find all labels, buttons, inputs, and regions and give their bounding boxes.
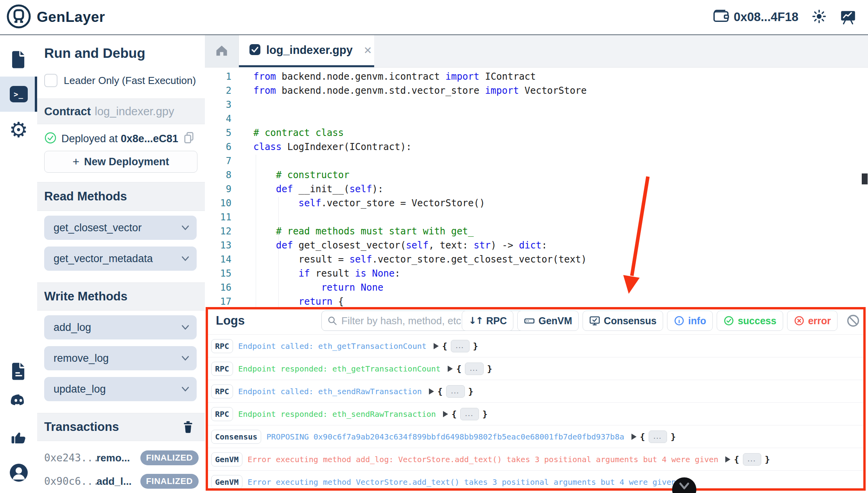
collapsed-json-chip[interactable]: ...: [451, 340, 470, 352]
clear-transactions-button[interactable]: [182, 420, 194, 434]
brace-open: {: [640, 432, 645, 441]
log-source-badge: GenVM: [211, 475, 242, 489]
account-button[interactable]: [0, 463, 37, 484]
log-row[interactable]: ConsensusPROPOSING 0x90c6f7a9ab2043c634f…: [206, 425, 866, 448]
status-board-icon[interactable]: [840, 8, 856, 26]
log-message: Endpoint called: eth_getTransactionCount: [238, 341, 427, 351]
theme-toggle-sun-icon[interactable]: [812, 9, 827, 25]
editor-tab-bar: log_indexer.gpy ✕: [205, 35, 868, 68]
block-logs-icon[interactable]: [846, 314, 860, 328]
collapsed-json-chip[interactable]: ...: [465, 363, 484, 375]
feedback-button[interactable]: [0, 429, 37, 448]
log-source-badge: RPC: [211, 407, 233, 421]
log-source-badge: RPC: [211, 384, 233, 398]
brace-close: }: [482, 409, 488, 419]
log-source-badge: Consensus: [211, 430, 261, 444]
line-number: 14: [205, 252, 231, 266]
home-tab[interactable]: [205, 35, 239, 67]
line-number: 8: [205, 168, 231, 182]
leader-only-checkbox-row[interactable]: Leader Only (Fast Execution): [44, 73, 196, 88]
method-dropdown-remove_log[interactable]: remove_log: [44, 346, 197, 370]
file-icon: [11, 50, 27, 70]
brace-close: }: [765, 454, 770, 464]
discord-button[interactable]: [0, 393, 37, 409]
brace-close: }: [671, 432, 676, 441]
log-source-badge: GenVM: [211, 452, 242, 466]
document-text-icon: [11, 362, 27, 382]
contract-section-header: Contract log_indexer.gpy: [37, 98, 205, 124]
code-line: ​: [253, 112, 587, 126]
log-expand-control[interactable]: {...}: [725, 453, 770, 466]
log-source-badge: RPC: [211, 362, 233, 376]
copy-icon[interactable]: [183, 131, 195, 146]
log-row[interactable]: RPCEndpoint responded: eth_sendRawTransa…: [206, 402, 866, 425]
tab-close-icon[interactable]: ✕: [364, 45, 372, 56]
method-dropdown-update_log[interactable]: update_log: [44, 377, 197, 401]
log-row[interactable]: GenVMError executing method VectorStore.…: [206, 470, 866, 491]
line-number: 1: [205, 70, 231, 84]
log-expand-control[interactable]: {...}: [429, 385, 473, 398]
log-filter-buttons: ↓↑RPCGenVMConsensusinfosuccesserror: [462, 311, 860, 331]
transaction-row[interactable]: 0xe243...remo...FINALIZED: [37, 446, 205, 470]
log-expand-control[interactable]: {...}: [434, 340, 478, 352]
filter-rpc-button[interactable]: ↓↑RPC: [462, 311, 513, 331]
new-deployment-button[interactable]: + New Deployment: [44, 151, 197, 173]
expand-triangle-icon: [434, 343, 439, 349]
filter-label: info: [688, 315, 706, 327]
code-line: from backend.node.genvm.std.vector_store…: [253, 84, 587, 98]
line-number: 13: [205, 238, 231, 252]
code-line: return None: [253, 280, 587, 295]
log-row[interactable]: RPCEndpoint called: eth_getTransactionCo…: [206, 335, 866, 357]
code-line: return {: [253, 295, 587, 309]
method-label: update_log: [54, 383, 106, 395]
docs-nav-button[interactable]: [0, 362, 37, 382]
log-expand-control[interactable]: {...}: [631, 430, 676, 443]
method-dropdown-get_closest_vector[interactable]: get_closest_vector: [44, 216, 197, 240]
log-row[interactable]: GenVMError executing method add_log: Vec…: [206, 448, 866, 470]
monitor-check-icon: [589, 315, 600, 326]
filter-consensus-button[interactable]: Consensus: [583, 311, 663, 331]
method-dropdown-add_log[interactable]: add_log: [44, 315, 197, 339]
brace-close: }: [487, 364, 492, 373]
transaction-row[interactable]: 0x90c6...add_l...FINALIZED: [37, 470, 205, 493]
method-dropdown-get_vector_metadata[interactable]: get_vector_metadata: [44, 246, 197, 271]
log-row[interactable]: RPCEndpoint called: eth_sendRawTransacti…: [206, 380, 866, 402]
log-row[interactable]: RPCEndpoint responded: eth_getTransactio…: [206, 357, 866, 380]
filter-genvm-button[interactable]: GenVM: [517, 311, 579, 331]
filter-error-button[interactable]: error: [787, 311, 838, 331]
filter-success-button[interactable]: success: [717, 311, 783, 331]
code-line: ​: [253, 210, 587, 224]
collapsed-json-chip[interactable]: ...: [460, 408, 479, 420]
tab-log-indexer[interactable]: log_indexer.gpy ✕: [239, 35, 374, 67]
line-number: 3: [205, 98, 231, 112]
x-circle-icon: [794, 315, 805, 326]
method-label: add_log: [54, 322, 91, 334]
chevron-down-icon: [181, 324, 190, 330]
filter-label: GenVM: [538, 315, 572, 327]
log-expand-control[interactable]: {...}: [443, 408, 488, 420]
run-debug-nav-active[interactable]: >_: [0, 77, 37, 112]
genlayer-studio: GenLayer 0x08...4F18: [0, 0, 868, 493]
collapsed-json-chip[interactable]: ...: [446, 385, 465, 398]
code-line: def __init__(self):: [253, 182, 587, 196]
editor-scrollbar[interactable]: [862, 173, 868, 184]
collapsed-json-chip[interactable]: ...: [743, 453, 762, 466]
expand-triangle-icon: [448, 366, 453, 372]
line-number: 2: [205, 84, 231, 98]
leader-only-checkbox[interactable]: [44, 74, 57, 87]
expand-triangle-icon: [631, 434, 637, 440]
app-header: GenLayer 0x08...4F18: [0, 0, 868, 35]
log-message: PROPOSING 0x90c6f7a9ab2043c634f899bbfd64…: [266, 432, 624, 441]
collapsed-json-chip[interactable]: ...: [649, 430, 667, 443]
log-expand-control[interactable]: {...}: [448, 363, 492, 375]
expand-triangle-icon: [725, 456, 730, 463]
new-deployment-label: New Deployment: [84, 156, 169, 168]
transaction-hash: 0x90c6...: [44, 475, 94, 487]
expand-triangle-icon: [443, 411, 448, 417]
settings-nav-button[interactable]: ⚙: [0, 120, 37, 141]
line-number: 15: [205, 266, 231, 280]
code-line: self.vector_store = VectorStore(): [253, 196, 587, 210]
wallet-address-button[interactable]: 0x08...4F18: [713, 8, 798, 26]
filter-info-button[interactable]: info: [667, 311, 713, 331]
files-nav-button[interactable]: [0, 50, 37, 70]
